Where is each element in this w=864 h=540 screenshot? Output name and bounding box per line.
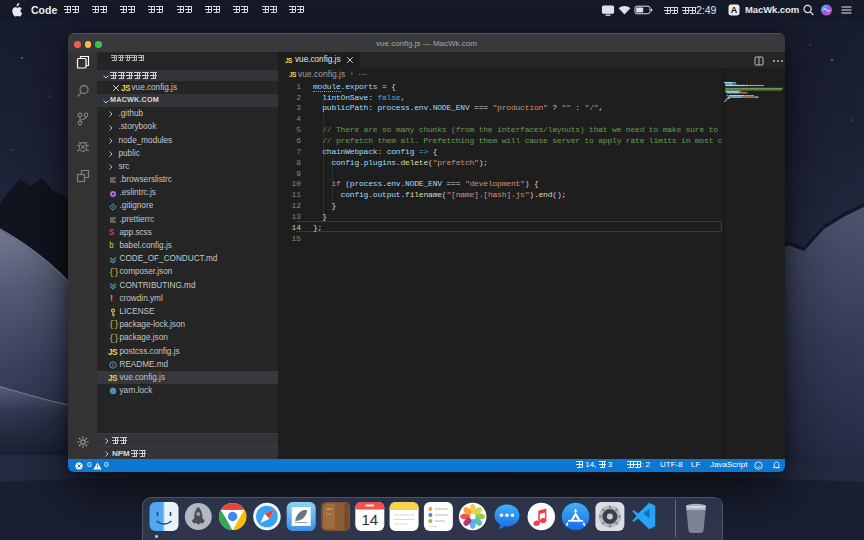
- svg-text:14: 14: [361, 511, 378, 528]
- svg-text:A: A: [731, 5, 738, 15]
